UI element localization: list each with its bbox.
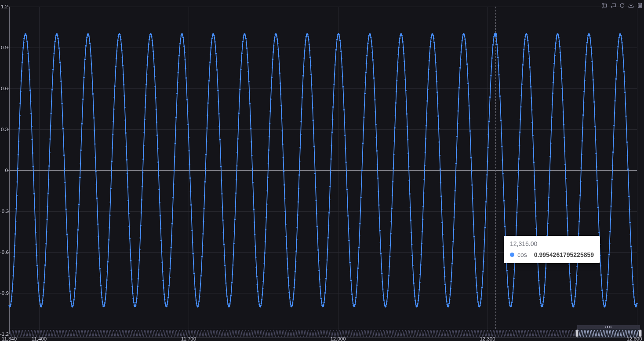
datazoom-right-handle[interactable]: [639, 330, 642, 337]
y-axis-label: 0.3: [0, 127, 8, 132]
x-axis-label: 12,300: [480, 336, 495, 341]
chart-app: 1.20.90.60.30-0.3-0.6-0.9-1.2 11,34011,4…: [0, 0, 644, 341]
grip-icon: [605, 326, 611, 328]
y-axis-label: 0.6: [0, 86, 8, 91]
zoom-select-icon[interactable]: [601, 2, 608, 9]
y-axis-label: 1.2: [0, 4, 8, 9]
x-axis-label: 11,400: [32, 336, 47, 341]
restore-icon[interactable]: [619, 2, 626, 9]
x-axis-label: 11,340: [2, 336, 17, 341]
tooltip-series-row: cos 0.9954261795225859: [510, 251, 594, 259]
y-axis-label: 0.9: [0, 45, 8, 50]
line-chart-canvas[interactable]: [0, 0, 644, 341]
y-axis-label: 0: [0, 168, 8, 173]
data-view-icon[interactable]: [636, 2, 643, 9]
series-marker-icon: [510, 253, 514, 257]
tooltip: 12,316.00 cos 0.9954261795225859: [504, 236, 600, 263]
y-axis-label: -0.3: [0, 209, 8, 214]
tooltip-series-value: 0.9954261795225859: [534, 251, 594, 259]
tooltip-x-value: 12,316.00: [510, 240, 594, 248]
y-axis-label: -0.6: [0, 249, 8, 255]
datazoom-left-handle[interactable]: [575, 330, 579, 337]
datazoom-move-handle[interactable]: [577, 325, 640, 329]
save-image-icon[interactable]: [627, 2, 634, 9]
datazoom-window[interactable]: [577, 329, 640, 337]
x-axis-label: 11,700: [181, 336, 196, 341]
zoom-reset-icon[interactable]: [610, 2, 617, 9]
tooltip-series-name: cos: [517, 251, 527, 259]
y-axis-label: -0.9: [0, 290, 8, 296]
toolbox: [601, 2, 643, 9]
x-axis-label: 12,000: [330, 336, 346, 341]
